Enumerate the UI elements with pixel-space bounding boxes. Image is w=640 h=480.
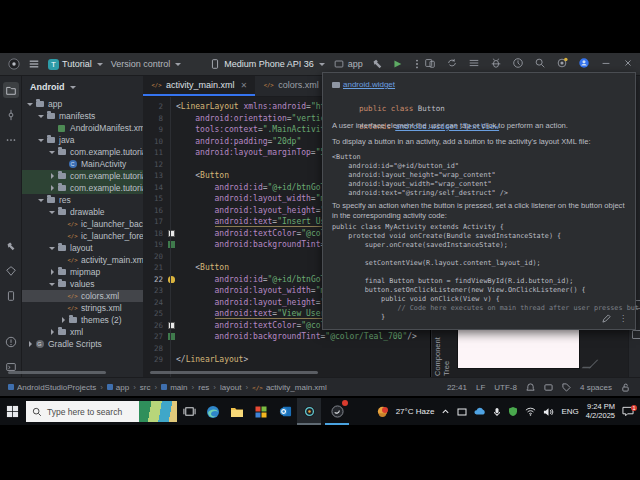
kebab-menu-icon[interactable]: ⋮ (619, 314, 627, 323)
explorer-icon[interactable] (225, 398, 249, 425)
menu-icon[interactable] (28, 58, 40, 70)
avatar-icon[interactable] (578, 55, 590, 73)
project-folder-icon[interactable] (3, 82, 19, 98)
tree-item-layout[interactable]: layout (22, 242, 143, 254)
tree-item-androidmanifest-xml[interactable]: AndroidManifest.xml (22, 122, 143, 134)
tree-item-ic-launcher-foreground[interactable]: </>ic_launcher_foreground (22, 230, 143, 242)
project-hscrollbar[interactable] (8, 371, 106, 374)
line-ending[interactable]: LF (476, 383, 485, 392)
code-line[interactable]: 28 (143, 343, 430, 355)
project-name: Tutorial (62, 59, 92, 69)
sync-icon[interactable] (446, 55, 458, 73)
breadcrumb-item-activity-main-xml[interactable]: </>activity_main.xml (252, 383, 327, 392)
language-indicator[interactable]: ENG (561, 407, 578, 416)
breadcrumb-item-src[interactable]: src (140, 383, 151, 392)
build-hammer-icon[interactable] (371, 58, 383, 70)
component-tree-tab[interactable]: Component Tree (433, 330, 451, 376)
task-view-icon[interactable] (177, 398, 201, 425)
tree-item-mainactivity[interactable]: CMainActivity (22, 158, 143, 170)
settings-icon[interactable] (556, 55, 568, 73)
layers-icon[interactable] (632, 330, 640, 339)
structure-icon[interactable] (468, 55, 480, 73)
device-selector[interactable]: Medium Phone API 36 (209, 58, 325, 70)
outlook-icon[interactable] (273, 398, 297, 425)
tree-item-mipmap[interactable]: mipmap (22, 266, 143, 278)
tree-item-colors-xml[interactable]: </>colors.xml (22, 290, 143, 302)
breadcrumb-item-androidstudioprojects[interactable]: AndroidStudioProjects (8, 383, 96, 392)
cursor-position[interactable]: 22:41 (447, 383, 467, 392)
weather-label[interactable]: 27°C Haze (396, 407, 435, 416)
breadcrumb-item-main[interactable]: main (161, 383, 187, 392)
code-line[interactable]: 27 android:backgroundTint="@color/Teal_7… (143, 331, 430, 343)
onedrive-icon[interactable] (474, 407, 486, 416)
tree-item-themes-2-[interactable]: themes (2) (22, 314, 143, 326)
more-tools-icon[interactable] (3, 132, 19, 148)
bug-icon[interactable] (490, 55, 502, 73)
close-tab-icon[interactable]: ✕ (241, 81, 248, 90)
store-icon[interactable] (249, 398, 273, 425)
obs-icon[interactable] (325, 398, 349, 425)
tray-expand-icon[interactable] (441, 407, 450, 416)
defender-icon[interactable] (508, 406, 518, 417)
breadcrumb-item-app[interactable]: app (107, 383, 129, 392)
tag-icon[interactable] (562, 383, 571, 392)
breadcrumb-item-layout[interactable]: layout (220, 383, 241, 392)
wifi-icon[interactable] (525, 407, 536, 416)
run-icon[interactable] (391, 58, 403, 70)
build-icon[interactable] (3, 238, 19, 254)
clock-widget[interactable]: 9:24 PM 4/2/2025 (586, 403, 615, 420)
problems-icon[interactable] (3, 334, 19, 350)
package-link[interactable]: android.widget (343, 80, 395, 89)
tree-item-ic-launcher-background[interactable]: </>ic_launcher_background (22, 218, 143, 230)
tab-colors-xml[interactable]: </>colors.xml (255, 76, 327, 96)
tree-item-manifests[interactable]: manifests (22, 110, 143, 122)
tree-item-activity-main-xml[interactable]: </>activity_main.xml (22, 254, 143, 266)
tree-item-drawable[interactable]: drawable (22, 206, 143, 218)
android-studio-icon[interactable] (297, 398, 321, 425)
search-icon[interactable] (534, 55, 546, 73)
minimize-icon[interactable] (600, 55, 612, 73)
tree-item-values[interactable]: values (22, 278, 143, 290)
commit-icon[interactable] (3, 107, 19, 123)
notification-center[interactable]: 1 (622, 406, 634, 417)
indent-setting[interactable]: 4 spaces (580, 383, 612, 392)
tree-item-res[interactable]: res (22, 194, 143, 206)
close-icon[interactable] (622, 55, 634, 73)
search-input[interactable]: Type here to search (26, 401, 177, 422)
profiler-icon[interactable] (512, 55, 524, 73)
device-mirror-icon[interactable] (424, 55, 436, 73)
window-app-icon[interactable] (457, 407, 467, 417)
editor-hscrollbar[interactable] (150, 371, 318, 374)
unlock-icon[interactable] (621, 383, 630, 392)
breadcrumb-item-res[interactable]: res (198, 383, 209, 392)
project-view-selector[interactable]: Android (30, 82, 76, 92)
tree-item-xml[interactable]: xml (22, 326, 143, 338)
tree-item-com-example-tutorial[interactable]: com.example.tutorial (22, 146, 143, 158)
studio-logo-icon[interactable] (8, 58, 20, 70)
tree-item-gradle-scripts[interactable]: GGradle Scripts (22, 338, 143, 350)
more-vertical-icon[interactable] (411, 58, 423, 70)
file-encoding[interactable]: UTF-8 (494, 383, 517, 392)
chevron-right-icon (48, 329, 56, 335)
edge-icon[interactable] (201, 398, 225, 425)
mic-icon[interactable] (493, 407, 501, 417)
volume-icon[interactable] (543, 407, 554, 417)
search-highlight-image[interactable] (139, 401, 177, 422)
edit-pencil-icon[interactable] (602, 314, 611, 323)
code-line[interactable]: 29</LinearLayout> (143, 354, 430, 366)
tree-item-java[interactable]: java (22, 134, 143, 146)
vcs-widget[interactable]: Version control (111, 59, 182, 69)
tree-item-strings-xml[interactable]: </>strings.xml (22, 302, 143, 314)
resource-manager-icon[interactable] (3, 263, 19, 279)
weather-widget[interactable] (376, 405, 389, 418)
reader-mode-icon[interactable] (544, 383, 553, 392)
tree-item-com-example-tutorial-test-[interactable]: com.example.tutorial (test) (22, 182, 143, 194)
project-widget[interactable]: T Tutorial (48, 59, 103, 70)
run-config[interactable]: app (333, 58, 363, 70)
tab-activity-main-xml[interactable]: </>activity_main.xml✕ (143, 76, 255, 96)
device-manager-icon[interactable] (3, 288, 19, 304)
notifications-icon[interactable] (526, 383, 535, 392)
tree-item-com-example-tutorial-androidtest-[interactable]: com.example.tutorial (androidTest) (22, 170, 143, 182)
start-button[interactable] (0, 398, 24, 425)
tree-item-app[interactable]: app (22, 98, 143, 110)
